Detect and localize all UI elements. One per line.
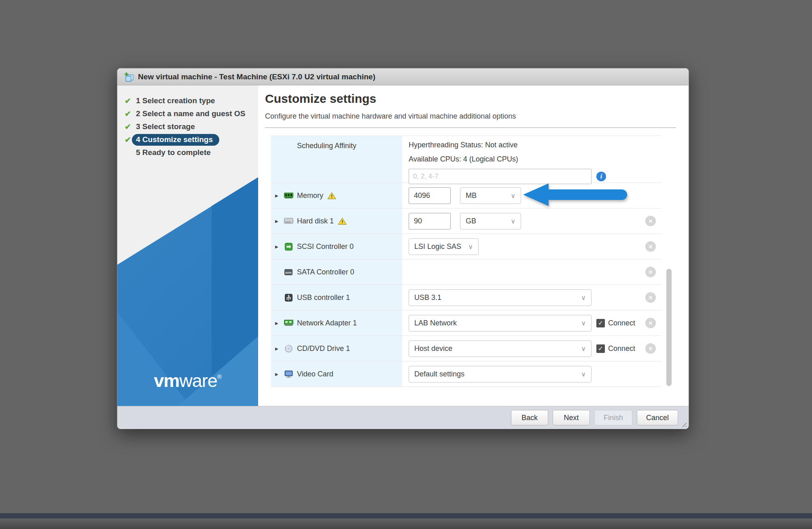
- registered-mark: ®: [217, 373, 222, 380]
- chevron-down-icon: ∨: [468, 243, 473, 251]
- annotation-arrow: [522, 181, 630, 208]
- warning-icon: !: [327, 192, 336, 200]
- expander-icon[interactable]: ▶: [275, 219, 282, 223]
- expander-icon[interactable]: ▶: [275, 193, 282, 198]
- select-value: GB: [466, 217, 476, 225]
- step-label-4[interactable]: 4 Customize settings: [132, 134, 219, 146]
- dialog-titlebar[interactable]: New virtual machine - Test Machine (ESXi…: [117, 68, 689, 85]
- row-controls-network-adapter-1: LAB Network∨✓Connect: [402, 310, 661, 336]
- dialog-title: New virtual machine - Test Machine (ESXi…: [138, 72, 375, 81]
- scsi-controller-0-select[interactable]: LSI Logic SAS∨: [409, 238, 479, 255]
- cd-dvd-drive-1-connect: ✓Connect: [596, 344, 635, 353]
- settings-row-sata-controller-0: SATASATA Controller 0✕: [271, 259, 661, 285]
- memory-icon: [283, 192, 294, 199]
- remove-device-button[interactable]: ✕: [645, 343, 656, 354]
- device-label: USB controller 1: [297, 293, 350, 302]
- select-value: USB 3.1: [414, 293, 441, 302]
- row-controls-video-card: Default settings∨: [402, 361, 661, 387]
- device-label: SATA Controller 0: [297, 268, 354, 276]
- connect-label: Connect: [608, 344, 635, 353]
- step-label-1[interactable]: 1 Select creation type: [136, 96, 215, 105]
- expander-icon[interactable]: ▶: [275, 346, 282, 351]
- settings-row-hard-disk-1: ▶Hard disk 1!GB∨✕: [271, 208, 661, 234]
- resize-handle[interactable]: [681, 421, 687, 427]
- cd-dvd-drive-1-select[interactable]: Host device∨: [409, 340, 592, 357]
- hard-disk-1-value-input[interactable]: [409, 213, 451, 229]
- settings-row-usb-controller-1: USB controller 1USB 3.1∨✕: [271, 285, 661, 310]
- new-vm-icon: [124, 72, 134, 82]
- row-controls-sata-controller-0: [402, 259, 661, 285]
- network-adapter-1-select[interactable]: LAB Network∨: [409, 315, 592, 331]
- svg-text:!: !: [331, 194, 333, 199]
- row-label-scheduling-affinity: Scheduling Affinity: [271, 136, 402, 183]
- step-label-5[interactable]: 5 Ready to complete: [136, 148, 211, 157]
- back-button[interactable]: Back: [511, 410, 548, 425]
- row-label-hard-disk-1: ▶Hard disk 1!: [271, 208, 402, 234]
- warning-icon: !: [338, 217, 347, 225]
- row-label-scsi-controller-0: ▶SCSI Controller 0: [271, 234, 402, 259]
- usb-controller-1-select[interactable]: USB 3.1∨: [409, 289, 592, 306]
- expander-icon[interactable]: ▶: [275, 372, 282, 376]
- connect-checkbox[interactable]: ✓: [596, 319, 605, 327]
- remove-device-button[interactable]: ✕: [645, 241, 656, 252]
- memory-unit-select[interactable]: MB∨: [460, 187, 521, 204]
- finish-button[interactable]: Finish: [594, 410, 632, 425]
- settings-row-scsi-controller-0: ▶SCSI Controller 0LSI Logic SAS∨✕: [271, 234, 661, 259]
- cd-icon: [283, 345, 294, 353]
- wizard-sidebar: ✔1 Select creation type✔2 Select a name …: [117, 85, 258, 406]
- svg-text:SATA: SATA: [285, 271, 292, 274]
- expander-icon[interactable]: ▶: [275, 244, 282, 249]
- chevron-down-icon: ∨: [581, 294, 586, 302]
- remove-device-button[interactable]: ✕: [645, 318, 656, 328]
- page-title: Customize settings: [265, 92, 689, 106]
- video-card-select[interactable]: Default settings∨: [409, 366, 592, 382]
- chevron-down-icon: ∨: [581, 319, 586, 327]
- device-label: Video Card: [297, 370, 333, 378]
- step-label-3[interactable]: 3 Select storage: [136, 122, 195, 131]
- device-label: SCSI Controller 0: [297, 242, 354, 251]
- network-adapter-1-connect: ✓Connect: [596, 319, 635, 327]
- select-value: LAB Network: [414, 319, 457, 327]
- step-select-storage[interactable]: ✔3 Select storage: [117, 120, 258, 133]
- device-label: Hard disk 1: [297, 217, 334, 225]
- step-customize-settings[interactable]: ✔4 Customize settings: [117, 133, 258, 146]
- vmware-logo: vmware®: [117, 370, 258, 391]
- affinity-status-line-2: Available CPUs: 4 (Logical CPUs): [409, 155, 518, 164]
- next-button[interactable]: Next: [553, 410, 590, 425]
- row-label-memory: ▶Memory!: [271, 183, 402, 208]
- step-label-2[interactable]: 2 Select a name and guest OS: [136, 109, 245, 118]
- settings-row-cd-dvd-drive-1: ▶CD/DVD Drive 1Host device∨✓Connect✕: [271, 336, 661, 361]
- cancel-button[interactable]: Cancel: [637, 410, 678, 425]
- hard-disk-1-unit-select[interactable]: GB∨: [460, 213, 521, 229]
- remove-device-button[interactable]: ✕: [645, 267, 656, 277]
- step-check-icon: ✔: [123, 109, 133, 119]
- taskbar: [0, 518, 812, 529]
- step-ready-to-complete[interactable]: 5 Ready to complete: [117, 146, 258, 159]
- row-controls-cd-dvd-drive-1: Host device∨✓Connect: [402, 336, 661, 361]
- header-divider: [265, 127, 676, 128]
- affinity-status-line-1: Hyperthreading Status: Not active: [409, 141, 517, 149]
- row-label-sata-controller-0: SATASATA Controller 0: [271, 259, 402, 285]
- connect-checkbox[interactable]: ✓: [596, 344, 605, 353]
- wizard-steps: ✔1 Select creation type✔2 Select a name …: [117, 85, 258, 159]
- step-check-icon: ✔: [123, 122, 133, 132]
- remove-device-button[interactable]: ✕: [645, 216, 656, 226]
- step-select-a-name-and-guest-os[interactable]: ✔2 Select a name and guest OS: [117, 107, 258, 120]
- desktop-accent-strip: [0, 513, 812, 518]
- vmware-logo-light: ware: [179, 370, 217, 391]
- scrollbar-thumb[interactable]: [666, 269, 672, 386]
- select-value: MB: [466, 191, 477, 200]
- vmware-logo-bold: vm: [154, 370, 179, 391]
- select-value: Default settings: [414, 370, 464, 378]
- step-select-creation-type[interactable]: ✔1 Select creation type: [117, 94, 258, 107]
- info-icon[interactable]: i: [596, 172, 606, 181]
- expander-icon[interactable]: ▶: [275, 321, 282, 325]
- memory-value-input[interactable]: [409, 187, 451, 204]
- chevron-down-icon: ∨: [581, 370, 586, 378]
- row-label-network-adapter-1: ▶Network Adapter 1: [271, 310, 402, 336]
- remove-device-button[interactable]: ✕: [645, 292, 656, 303]
- device-label: CD/DVD Drive 1: [297, 344, 350, 353]
- settings-row-network-adapter-1: ▶Network Adapter 1LAB Network∨✓Connect✕: [271, 310, 661, 336]
- device-label: Memory: [297, 191, 323, 200]
- dialog-footer: BackNextFinishCancel: [117, 406, 689, 429]
